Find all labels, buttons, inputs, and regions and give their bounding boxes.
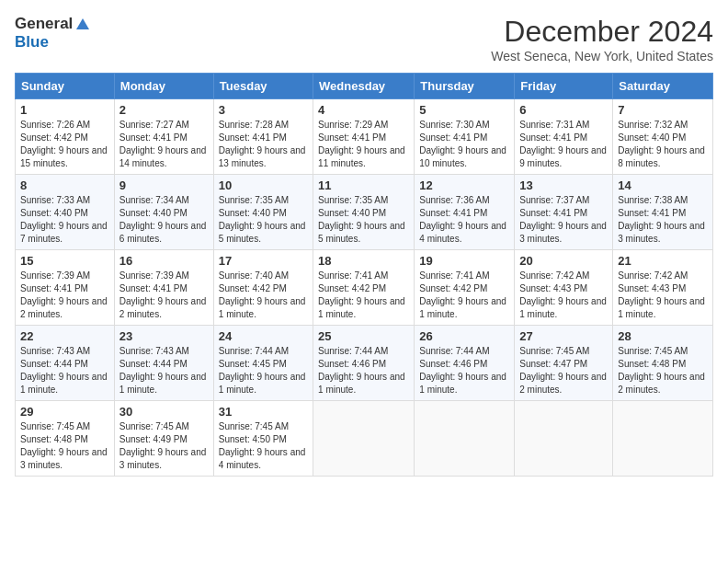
day-number: 18 [318,254,409,268]
table-row: 25 Sunrise: 7:44 AMSunset: 4:46 PMDaylig… [313,326,415,401]
day-number: 3 [219,103,308,117]
day-info: Sunrise: 7:35 AMSunset: 4:40 PMDaylight:… [219,195,306,244]
logo-icon [74,17,91,33]
day-number: 13 [519,178,608,192]
day-info: Sunrise: 7:45 AMSunset: 4:49 PMDaylight:… [119,421,207,470]
day-number: 11 [318,178,409,192]
month-title: December 2024 [491,15,713,49]
day-info: Sunrise: 7:44 AMSunset: 4:45 PMDaylight:… [219,346,306,395]
table-row: 26 Sunrise: 7:44 AMSunset: 4:46 PMDaylig… [415,326,515,401]
table-row: 16 Sunrise: 7:39 AMSunset: 4:41 PMDaylig… [114,250,213,326]
title-block: December 2024 West Seneca, New York, Uni… [491,15,713,63]
day-number: 31 [219,405,308,419]
day-number: 25 [318,329,409,343]
day-info: Sunrise: 7:44 AMSunset: 4:46 PMDaylight:… [318,346,405,395]
table-row: 14 Sunrise: 7:38 AMSunset: 4:41 PMDaylig… [613,175,713,250]
table-row: 6 Sunrise: 7:31 AMSunset: 4:41 PMDayligh… [515,99,613,175]
day-number: 24 [219,329,308,343]
calendar-week-row: 29 Sunrise: 7:45 AMSunset: 4:48 PMDaylig… [16,401,713,477]
table-row: 27 Sunrise: 7:45 AMSunset: 4:47 PMDaylig… [515,326,613,401]
table-row: 13 Sunrise: 7:37 AMSunset: 4:41 PMDaylig… [515,175,613,250]
table-row: 21 Sunrise: 7:42 AMSunset: 4:43 PMDaylig… [613,250,713,326]
day-number: 6 [519,103,608,117]
table-row [613,401,713,477]
table-row: 22 Sunrise: 7:43 AMSunset: 4:44 PMDaylig… [16,326,115,401]
table-row: 8 Sunrise: 7:33 AMSunset: 4:40 PMDayligh… [16,175,115,250]
table-row: 7 Sunrise: 7:32 AMSunset: 4:40 PMDayligh… [613,99,713,175]
table-row: 17 Sunrise: 7:40 AMSunset: 4:42 PMDaylig… [213,250,313,326]
day-number: 27 [519,329,608,343]
day-number: 8 [20,178,109,192]
col-monday: Monday [114,74,213,99]
day-info: Sunrise: 7:30 AMSunset: 4:41 PMDaylight:… [419,120,506,168]
table-row: 2 Sunrise: 7:27 AMSunset: 4:41 PMDayligh… [114,99,213,175]
table-row: 29 Sunrise: 7:45 AMSunset: 4:48 PMDaylig… [16,401,115,477]
day-info: Sunrise: 7:37 AMSunset: 4:41 PMDaylight:… [519,195,607,244]
day-info: Sunrise: 7:43 AMSunset: 4:44 PMDaylight:… [20,346,108,395]
day-number: 5 [419,103,509,117]
table-row: 19 Sunrise: 7:41 AMSunset: 4:42 PMDaylig… [415,250,515,326]
day-info: Sunrise: 7:27 AMSunset: 4:41 PMDaylight:… [119,120,207,168]
logo-general: General [15,15,73,32]
day-info: Sunrise: 7:35 AMSunset: 4:40 PMDaylight:… [318,195,405,244]
calendar-week-row: 15 Sunrise: 7:39 AMSunset: 4:41 PMDaylig… [16,250,713,326]
table-row: 10 Sunrise: 7:35 AMSunset: 4:40 PMDaylig… [213,175,313,250]
day-number: 29 [20,405,109,419]
table-row: 20 Sunrise: 7:42 AMSunset: 4:43 PMDaylig… [515,250,613,326]
day-info: Sunrise: 7:42 AMSunset: 4:43 PMDaylight:… [519,270,607,319]
day-info: Sunrise: 7:45 AMSunset: 4:48 PMDaylight:… [618,346,705,395]
calendar-header-row: Sunday Monday Tuesday Wednesday Thursday… [16,74,713,99]
table-row: 15 Sunrise: 7:39 AMSunset: 4:41 PMDaylig… [16,250,115,326]
day-number: 15 [20,254,109,268]
table-row [313,401,415,477]
location-title: West Seneca, New York, United States [491,49,713,63]
svg-marker-0 [76,18,89,29]
table-row: 12 Sunrise: 7:36 AMSunset: 4:41 PMDaylig… [415,175,515,250]
day-number: 22 [20,329,109,343]
col-friday: Friday [515,74,613,99]
day-info: Sunrise: 7:41 AMSunset: 4:42 PMDaylight:… [318,270,405,319]
day-info: Sunrise: 7:39 AMSunset: 4:41 PMDaylight:… [119,270,207,319]
day-info: Sunrise: 7:38 AMSunset: 4:41 PMDaylight:… [618,195,705,244]
day-number: 21 [618,254,708,268]
day-info: Sunrise: 7:45 AMSunset: 4:47 PMDaylight:… [519,346,607,395]
table-row: 31 Sunrise: 7:45 AMSunset: 4:50 PMDaylig… [213,401,313,477]
col-saturday: Saturday [613,74,713,99]
day-info: Sunrise: 7:28 AMSunset: 4:41 PMDaylight:… [219,120,306,168]
day-info: Sunrise: 7:31 AMSunset: 4:41 PMDaylight:… [519,120,607,168]
table-row [415,401,515,477]
col-tuesday: Tuesday [213,74,313,99]
day-info: Sunrise: 7:36 AMSunset: 4:41 PMDaylight:… [419,195,506,244]
day-info: Sunrise: 7:43 AMSunset: 4:44 PMDaylight:… [119,346,207,395]
logo-text: General Blue [15,15,93,52]
table-row: 1 Sunrise: 7:26 AMSunset: 4:42 PMDayligh… [16,99,115,175]
day-info: Sunrise: 7:40 AMSunset: 4:42 PMDaylight:… [219,270,306,319]
logo-blue: Blue [15,33,49,51]
table-row: 11 Sunrise: 7:35 AMSunset: 4:40 PMDaylig… [313,175,415,250]
day-info: Sunrise: 7:34 AMSunset: 4:40 PMDaylight:… [119,195,207,244]
day-info: Sunrise: 7:41 AMSunset: 4:42 PMDaylight:… [419,270,506,319]
day-info: Sunrise: 7:32 AMSunset: 4:40 PMDaylight:… [618,120,705,168]
day-info: Sunrise: 7:45 AMSunset: 4:48 PMDaylight:… [20,421,108,470]
table-row: 3 Sunrise: 7:28 AMSunset: 4:41 PMDayligh… [213,99,313,175]
day-number: 17 [219,254,308,268]
col-wednesday: Wednesday [313,74,415,99]
day-number: 16 [119,254,209,268]
day-number: 23 [119,329,209,343]
table-row: 28 Sunrise: 7:45 AMSunset: 4:48 PMDaylig… [613,326,713,401]
table-row: 4 Sunrise: 7:29 AMSunset: 4:41 PMDayligh… [313,99,415,175]
table-row [515,401,613,477]
calendar-table: Sunday Monday Tuesday Wednesday Thursday… [15,73,713,477]
day-number: 9 [119,178,209,192]
day-number: 12 [419,178,509,192]
col-thursday: Thursday [415,74,515,99]
day-number: 1 [20,103,109,117]
day-number: 28 [618,329,708,343]
table-row: 24 Sunrise: 7:44 AMSunset: 4:45 PMDaylig… [213,326,313,401]
page-header: General Blue December 2024 West Seneca, … [15,15,713,63]
table-row: 5 Sunrise: 7:30 AMSunset: 4:41 PMDayligh… [415,99,515,175]
calendar-week-row: 22 Sunrise: 7:43 AMSunset: 4:44 PMDaylig… [16,326,713,401]
table-row: 30 Sunrise: 7:45 AMSunset: 4:49 PMDaylig… [114,401,213,477]
day-number: 14 [618,178,708,192]
day-info: Sunrise: 7:29 AMSunset: 4:41 PMDaylight:… [318,120,405,168]
